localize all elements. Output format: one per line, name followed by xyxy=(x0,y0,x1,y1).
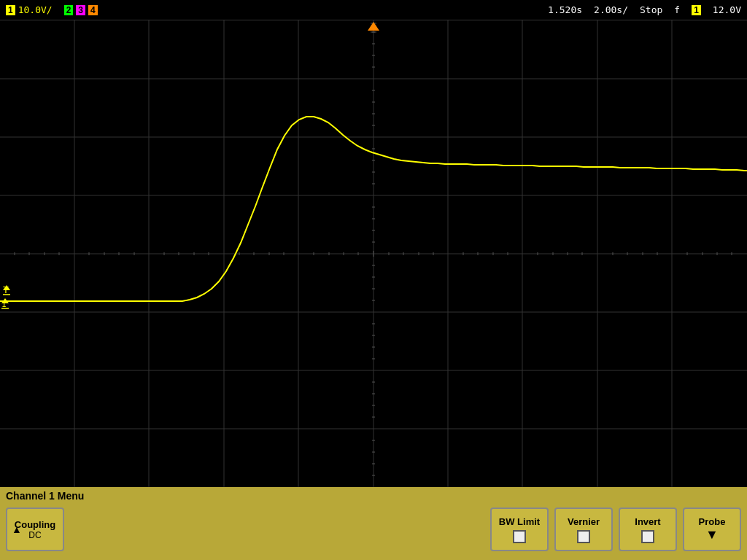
probe-arrow: ▼ xyxy=(705,527,719,542)
menu-buttons: ▲ Coupling DC BW Limit Vernier Invert xyxy=(0,505,747,560)
invert-label: Invert xyxy=(635,516,660,527)
coupling-value: DC xyxy=(28,530,41,540)
screen-container: T 1 xyxy=(0,20,747,487)
invert-button[interactable]: Invert xyxy=(619,508,677,551)
trig-icon: f xyxy=(674,4,680,15)
ch2-label[interactable]: 2 xyxy=(64,5,74,15)
menu-bar: Channel 1 Menu ▲ Coupling DC BW Limit Ve… xyxy=(0,487,747,560)
vernier-button[interactable]: Vernier xyxy=(554,508,613,551)
vernier-label: Vernier xyxy=(568,516,600,527)
ch1-label[interactable]: 1 xyxy=(6,5,15,15)
ch4-label[interactable]: 4 xyxy=(88,5,98,15)
bw-limit-checkbox[interactable] xyxy=(513,530,526,543)
time-position: 1.520s xyxy=(548,4,582,15)
oscilloscope: 1 10.0V/ 2 3 4 1.520s 2.00s/ Stop f 1 12… xyxy=(0,0,747,560)
probe-label: Probe xyxy=(699,516,726,527)
time-scale: 2.00s/ xyxy=(594,4,628,15)
menu-title: Channel 1 Menu xyxy=(0,487,747,505)
header-bar: 1 10.0V/ 2 3 4 1.520s 2.00s/ Stop f 1 12… xyxy=(0,0,747,20)
probe-button[interactable]: Probe ▼ xyxy=(683,508,741,551)
coupling-button[interactable]: ▲ Coupling DC xyxy=(6,508,64,551)
oscilloscope-screen: T 1 xyxy=(0,20,747,487)
bw-limit-label: BW Limit xyxy=(499,516,540,527)
invert-checkbox[interactable] xyxy=(641,530,654,543)
bw-limit-button[interactable]: BW Limit xyxy=(490,508,549,551)
coupling-arrow: ▲ xyxy=(12,524,22,535)
vernier-checkbox[interactable] xyxy=(577,530,590,543)
trig-voltage: 12.0V xyxy=(713,4,741,15)
trig-ch-label[interactable]: 1 xyxy=(692,5,701,15)
ch3-label[interactable]: 3 xyxy=(76,5,85,15)
status: Stop xyxy=(640,4,662,15)
ch1-scale[interactable]: 10.0V/ xyxy=(18,4,53,15)
grid-svg: T 1 xyxy=(0,20,747,487)
